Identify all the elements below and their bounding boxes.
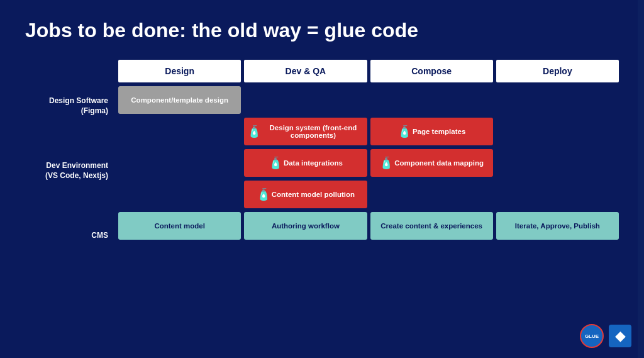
dev2-col4 [496,149,619,177]
cms-content-model: Content model [118,212,241,240]
dev3-content-model-pollution: 🧴 Content model pollution [244,181,367,208]
cms-row: Content model Authoring workflow Create … [118,212,619,240]
design-cell-component: Component/template design [118,86,241,114]
slide-title: Jobs to be done: the old way = glue code [25,19,619,42]
label-header-spacer [25,60,113,89]
bottle-icon-3: 🧴 [269,156,282,170]
bottle-icon-5: 🧴 [257,187,270,201]
slide: Jobs to be done: the old way = glue code… [0,0,644,358]
label-dev: Dev Environment(VS Code, Nextjs) [25,124,113,218]
design-row: Component/template design [118,86,619,114]
table-col: Design Dev & QA Compose Deploy Component… [118,60,619,345]
col-header-deploy: Deploy [496,60,619,82]
col-header-compose: Compose [370,60,493,82]
dev2-data-integrations: 🧴 Data integrations [244,149,367,177]
cms-create-content: Create content & experiences [370,212,493,240]
cms-authoring-workflow: Authoring workflow [244,212,367,240]
labels-col: Design Software(Figma) Dev Environment(V… [25,60,113,345]
dev3-col4 [496,181,619,208]
design-cell-empty2 [370,86,493,114]
col-header-design: Design [118,60,241,82]
dev-row-3: 🧴 Content model pollution [118,181,619,208]
design-cell-empty1 [244,86,367,114]
dev1-design-system: 🧴 Design system (front-end components) [244,118,367,145]
dev1-col4 [496,118,619,145]
label-cms: CMS [25,222,113,250]
design-cell-empty3 [496,86,619,114]
bottle-icon-2: 🧴 [397,125,411,138]
dev2-component-data-mapping: 🧴 Component data mapping [370,149,493,177]
logo-cube: ◆ [609,325,631,347]
dev1-page-templates: 🧴 Page templates [370,118,493,145]
cms-iterate-approve: Iterate, Approve, Publish [496,212,619,240]
dev3-col3 [370,181,493,208]
dev2-col1 [118,149,241,177]
logo-glue: GLUE [580,324,604,348]
dev3-col1 [118,181,241,208]
dev-row-2: 🧴 Data integrations 🧴 Component data map… [118,149,619,177]
col-header-dev: Dev & QA [244,60,367,82]
bottom-logos: GLUE ◆ [580,324,631,348]
grid-body: Component/template design 🧴 Design syste… [118,86,619,345]
label-design: Design Software(Figma) [25,92,113,120]
header-row: Design Dev & QA Compose Deploy [118,60,619,82]
bottle-icon-1: 🧴 [247,125,261,138]
dev-row-1: 🧴 Design system (front-end components) 🧴… [118,118,619,145]
dev1-col1 [118,118,241,145]
bottle-icon-4: 🧴 [379,156,393,170]
main-table: Design Software(Figma) Dev Environment(V… [25,60,619,345]
scrollbar[interactable] [638,0,644,358]
